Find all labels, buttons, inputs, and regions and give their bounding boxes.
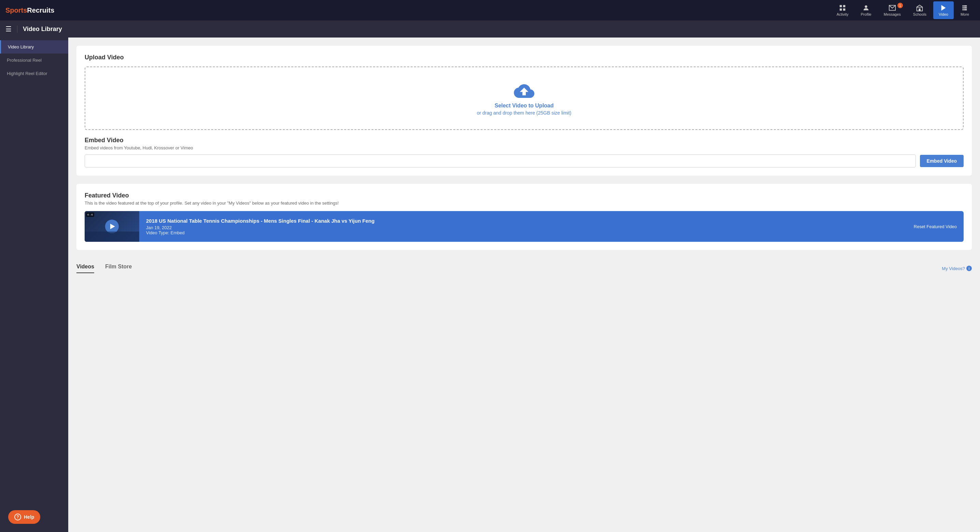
nav-item-profile[interactable]: Profile [856, 2, 877, 19]
svg-rect-13 [963, 9, 964, 11]
svg-point-4 [865, 5, 867, 8]
featured-thumbnail[interactable]: 6 - 6 [84, 211, 139, 242]
top-nav: SportsRecruits Activity Profile [0, 0, 980, 21]
nav-label-messages: Messages [884, 12, 901, 16]
logo-sports: Sports [5, 6, 27, 14]
envelope-icon [889, 4, 896, 11]
upload-secondary-text: or drag and drop them here (25GB size li… [99, 110, 949, 116]
embed-input[interactable] [84, 154, 916, 167]
featured-video-type: Video Type: Embed [146, 230, 900, 235]
upload-title: Upload Video [84, 54, 964, 61]
sidebar-item-highlight-reel-editor[interactable]: Highlight Reel Editor [0, 67, 68, 80]
sidebar: Video Library Professional Reel Highligh… [0, 38, 68, 532]
svg-rect-11 [963, 5, 964, 7]
featured-info: 2018 US National Table Tennis Championsh… [139, 213, 907, 241]
embed-button[interactable]: Embed Video [920, 155, 964, 167]
nav-label-schools: Schools [913, 12, 926, 16]
help-button[interactable]: ? Help [8, 510, 40, 524]
svg-rect-8 [964, 5, 967, 7]
featured-video-item: 6 - 6 2018 US National Table Tennis Cham… [84, 211, 964, 242]
upload-cloud-icon [99, 81, 949, 103]
nav-label-video: Video [939, 12, 948, 16]
upload-primary-text: Select Video to Upload [99, 103, 949, 109]
layout: Video Library Professional Reel Highligh… [0, 38, 980, 532]
help-circle-icon: ? [14, 514, 21, 521]
svg-rect-9 [964, 7, 967, 8]
nav-label-profile: Profile [861, 12, 872, 16]
tab-videos[interactable]: Videos [76, 264, 94, 273]
reset-featured-button[interactable]: Reset Featured Video [907, 219, 964, 235]
svg-rect-10 [964, 9, 967, 11]
nav-label-more: More [961, 12, 969, 16]
featured-video-card: Featured Video This is the video feature… [76, 184, 972, 250]
dots-icon [961, 4, 969, 11]
nav-item-more[interactable]: More [955, 2, 975, 19]
grid-icon [839, 4, 846, 11]
nav-item-messages[interactable]: Messages 1 [878, 2, 906, 19]
help-label: Help [24, 514, 34, 520]
svg-marker-7 [942, 5, 946, 11]
main-content: Upload Video Select Video to Upload or d… [68, 38, 980, 532]
scoreboard-overlay: 6 - 6 [86, 213, 94, 217]
svg-rect-0 [840, 5, 842, 7]
logo-recruits: Recruits [27, 6, 54, 14]
logo[interactable]: SportsRecruits [5, 6, 54, 14]
svg-rect-12 [963, 7, 964, 8]
nav-label-activity: Activity [837, 12, 849, 16]
featured-video-date: Jan 19, 2022 [146, 225, 900, 230]
nav-item-activity[interactable]: Activity [831, 2, 854, 19]
nav-items: Activity Profile Messages 1 [831, 2, 975, 19]
featured-subtitle: This is the video featured at the top of… [84, 200, 964, 206]
person-icon [862, 4, 870, 11]
hamburger-menu[interactable]: ☰ [5, 25, 11, 33]
crowd-overlay [84, 232, 139, 242]
embed-section: Embed Video Embed videos from Youtube, H… [84, 137, 964, 167]
info-icon: i [966, 266, 972, 271]
svg-rect-3 [843, 8, 845, 11]
play-triangle-icon [110, 224, 115, 229]
play-button[interactable] [105, 220, 119, 233]
featured-video-title: 2018 US National Table Tennis Championsh… [146, 218, 900, 224]
svg-rect-6 [919, 8, 921, 11]
nav-item-schools[interactable]: Schools [908, 2, 932, 19]
tabs-row: Videos Film Store My Videos? i [76, 258, 972, 273]
tab-film-store[interactable]: Film Store [105, 264, 132, 273]
page-title: Video Library [17, 25, 62, 33]
my-videos-link[interactable]: My Videos? i [942, 266, 972, 271]
embed-title: Embed Video [84, 137, 964, 144]
building-icon [916, 4, 923, 11]
sidebar-item-professional-reel[interactable]: Professional Reel [0, 54, 68, 67]
featured-title: Featured Video [84, 192, 964, 199]
upload-area[interactable]: Select Video to Upload or drag and drop … [84, 67, 964, 130]
svg-rect-1 [843, 5, 845, 7]
my-videos-label: My Videos? [942, 266, 965, 271]
play-icon [940, 4, 947, 11]
upload-embed-card: Upload Video Select Video to Upload or d… [76, 46, 972, 176]
tabs-left: Videos Film Store [76, 264, 132, 273]
sub-header: ☰ Video Library [0, 21, 980, 38]
sidebar-item-video-library[interactable]: Video Library [0, 40, 68, 54]
embed-subtitle: Embed videos from Youtube, Hudl, Krossov… [84, 145, 964, 150]
messages-badge: 1 [897, 3, 903, 8]
svg-rect-2 [840, 8, 842, 11]
embed-row: Embed Video [84, 154, 964, 167]
nav-item-video[interactable]: Video [933, 2, 954, 19]
